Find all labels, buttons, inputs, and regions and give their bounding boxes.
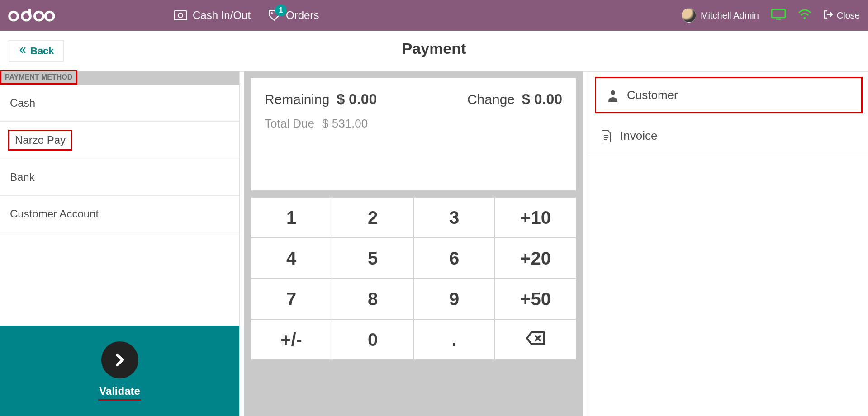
- payment-method-cash[interactable]: Cash: [0, 85, 239, 122]
- user-icon: [607, 89, 619, 102]
- keypad-plus-50[interactable]: +50: [495, 279, 576, 319]
- top-right: Mitchell Admin Close: [682, 8, 860, 23]
- close-label: Close: [837, 10, 860, 21]
- remaining-value: $ 0.00: [337, 91, 377, 108]
- svg-rect-9: [776, 19, 781, 20]
- keypad-plus-10[interactable]: +10: [495, 197, 576, 238]
- banknote-icon: [174, 10, 187, 20]
- keypad-8[interactable]: 8: [332, 279, 413, 319]
- monitor-icon[interactable]: [771, 9, 786, 22]
- tag-icon: 1: [268, 9, 280, 22]
- right-column: Customer Invoice: [589, 71, 868, 416]
- invoice-label: Invoice: [620, 129, 657, 143]
- document-icon: [600, 129, 612, 143]
- invoice-button[interactable]: Invoice: [589, 119, 868, 153]
- svg-rect-8: [772, 9, 785, 18]
- keypad: 1 2 3 +10 4 5 6 +20 7 8 9 +50 +/- 0 .: [251, 197, 576, 360]
- payment-method-label: Customer Account: [10, 208, 99, 220]
- payment-method-narzo-pay[interactable]: Narzo Pay: [15, 134, 66, 146]
- keypad-6[interactable]: 6: [413, 238, 495, 279]
- payment-methods-column: PAYMENT METHOD Cash Narzo Pay Bank Custo…: [0, 71, 240, 416]
- svg-point-0: [9, 12, 18, 20]
- svg-point-1: [35, 12, 43, 20]
- svg-point-10: [803, 17, 806, 19]
- keypad-9[interactable]: 9: [413, 279, 495, 319]
- back-button[interactable]: Back: [9, 40, 64, 62]
- close-button[interactable]: Close: [823, 9, 860, 22]
- keypad-2[interactable]: 2: [332, 197, 413, 238]
- user-name: Mitchell Admin: [701, 10, 759, 21]
- sign-out-icon: [823, 9, 833, 22]
- keypad-plus-minus[interactable]: +/-: [251, 319, 332, 360]
- svg-point-11: [611, 90, 615, 95]
- top-left-buttons: Cash In/Out 1 Orders: [174, 9, 319, 22]
- payment-method-label: Cash: [10, 97, 35, 109]
- svg-point-7: [271, 12, 273, 14]
- remaining-label: Remaining: [265, 92, 329, 107]
- back-label: Back: [30, 45, 54, 57]
- change-value: $ 0.00: [522, 91, 562, 108]
- user-chip[interactable]: Mitchell Admin: [682, 8, 759, 23]
- amount-card: Remaining $ 0.00 Change $ 0.00 Total Due…: [251, 78, 576, 191]
- logo[interactable]: [6, 0, 56, 31]
- svg-point-2: [45, 12, 54, 20]
- orders-button[interactable]: 1 Orders: [268, 9, 319, 22]
- payment-method-narzo-highlight: Narzo Pay: [8, 130, 72, 151]
- keypad-plus-20[interactable]: +20: [495, 238, 576, 279]
- payment-method-customer-account[interactable]: Customer Account: [0, 196, 239, 232]
- orders-label: Orders: [286, 9, 319, 22]
- customer-label: Customer: [627, 88, 678, 102]
- keypad-backspace[interactable]: [495, 319, 576, 360]
- keypad-1[interactable]: 1: [251, 197, 332, 238]
- keypad-0[interactable]: 0: [332, 319, 413, 360]
- validate-button[interactable]: Validate: [0, 326, 239, 416]
- topbar: Cash In/Out 1 Orders Mitchell Admin Clos…: [0, 0, 868, 31]
- payment-method-header: PAYMENT METHOD: [0, 70, 77, 85]
- cash-in-out-label: Cash In/Out: [193, 9, 251, 22]
- keypad-dot[interactable]: .: [413, 319, 495, 360]
- center-column: Remaining $ 0.00 Change $ 0.00 Total Due…: [244, 71, 583, 416]
- chevrons-left-icon: [19, 45, 27, 57]
- page-title: Payment: [402, 40, 466, 57]
- content: PAYMENT METHOD Cash Narzo Pay Bank Custo…: [0, 71, 868, 416]
- chevron-right-circle-icon: [101, 341, 138, 378]
- cash-in-out-button[interactable]: Cash In/Out: [174, 9, 251, 22]
- keypad-7[interactable]: 7: [251, 279, 332, 319]
- validate-label: Validate: [98, 385, 141, 401]
- payment-method-label: Narzo Pay: [15, 134, 66, 146]
- keypad-4[interactable]: 4: [251, 238, 332, 279]
- keypad-3[interactable]: 3: [413, 197, 495, 238]
- total-due-value: $ 531.00: [322, 117, 368, 130]
- payment-method-label: Bank: [10, 171, 35, 183]
- svg-rect-4: [28, 9, 31, 16]
- change-label: Change: [467, 92, 515, 107]
- svg-rect-5: [174, 11, 187, 20]
- customer-button[interactable]: Customer: [595, 77, 863, 113]
- svg-point-6: [178, 13, 183, 18]
- payment-method-bank[interactable]: Bank: [0, 159, 239, 196]
- keypad-5[interactable]: 5: [332, 238, 413, 279]
- avatar: [682, 8, 696, 23]
- total-due-label: Total Due: [265, 117, 314, 130]
- odoo-logo-icon: [6, 6, 56, 24]
- wifi-icon[interactable]: [798, 9, 811, 22]
- orders-badge: 1: [275, 5, 287, 16]
- backspace-icon: [525, 330, 546, 350]
